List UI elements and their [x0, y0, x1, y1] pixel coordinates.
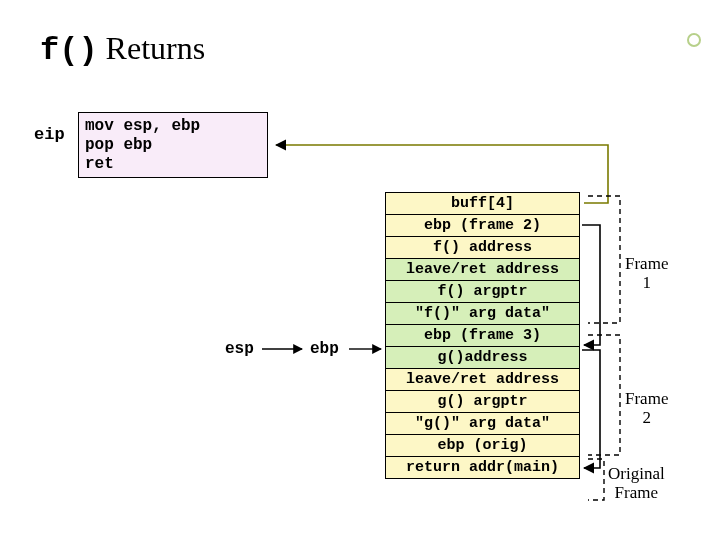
stack-cell: ebp (orig) [385, 435, 580, 457]
asm-code-box: mov esp, ebp pop ebp ret [78, 112, 268, 178]
frame-2-label: Frame 2 [625, 390, 668, 427]
stack-cell: f() argptr [385, 281, 580, 303]
stack-cell: ebp (frame 2) [385, 215, 580, 237]
stack-cell: return addr(main) [385, 457, 580, 479]
stack-cell: "f()" arg data" [385, 303, 580, 325]
stack-cell: g() argptr [385, 391, 580, 413]
eip-label: eip [34, 125, 65, 144]
stack-cell: leave/ret address [385, 369, 580, 391]
svg-point-2 [688, 34, 700, 46]
ebp-pointer-label: ebp [310, 340, 339, 358]
esp-pointer-label: esp [225, 340, 254, 358]
title-code: f() [40, 32, 98, 69]
original-frame-label: Original Frame [608, 465, 665, 502]
stack-cell: g()address [385, 347, 580, 369]
stack-cell: "g()" arg data" [385, 413, 580, 435]
title-rest: Returns [98, 30, 206, 66]
diagram-arrows [0, 0, 720, 540]
stack-table: buff[4] ebp (frame 2) f() address leave/… [385, 192, 580, 479]
slide-title: f() Returns [40, 30, 205, 69]
stack-cell: f() address [385, 237, 580, 259]
frame-1-label: Frame 1 [625, 255, 668, 292]
stack-cell: buff[4] [385, 193, 580, 215]
stack-cell: leave/ret address [385, 259, 580, 281]
stack-cell: ebp (frame 3) [385, 325, 580, 347]
